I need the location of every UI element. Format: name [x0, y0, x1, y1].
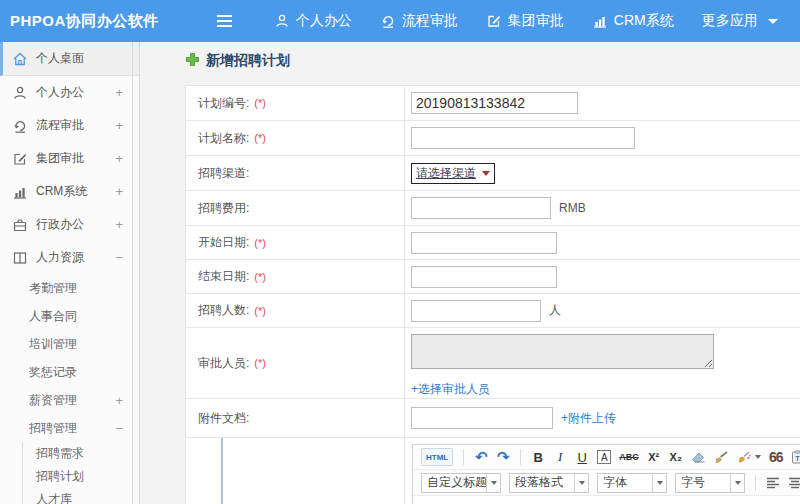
topmenu-crm[interactable]: CRM系统: [578, 0, 688, 42]
italic-button[interactable]: I: [553, 448, 567, 466]
sidebar-item-personal-office[interactable]: 个人办公 +: [0, 76, 139, 109]
border-text-button[interactable]: A: [597, 450, 611, 464]
recruit-submenu: 招聘需求 招聘计划 人才库: [22, 442, 139, 504]
sidebar-item-group-approval[interactable]: 集团审批 +: [0, 142, 139, 175]
superscript-button[interactable]: X²: [647, 448, 661, 466]
channel-select[interactable]: 请选择渠道: [411, 163, 495, 184]
plan-no-input[interactable]: [411, 92, 578, 114]
eraser-icon[interactable]: [691, 448, 706, 466]
topmenu-more-apps[interactable]: 更多应用: [688, 0, 792, 42]
field-label: 结束日期:: [198, 268, 249, 285]
required-mark: (*): [254, 237, 266, 249]
field-label: 审批人员:: [198, 355, 249, 372]
field-label: 计划编号:: [198, 95, 249, 112]
plan-name-input[interactable]: [411, 127, 635, 149]
form-row-end-date: 结束日期: (*): [186, 260, 800, 294]
align-center-icon[interactable]: [788, 474, 800, 492]
sidebar-item-admin-office[interactable]: 行政办公 +: [0, 208, 139, 241]
sidebar-item-rewards[interactable]: 奖惩记录: [0, 358, 139, 386]
editor-content-area[interactable]: [413, 496, 800, 504]
rich-text-editor: HTML ↶ ↷ B I U A ABC X² X₂: [412, 444, 800, 504]
bold-button[interactable]: B: [531, 448, 545, 466]
book-icon: [12, 250, 28, 266]
headcount-unit-label: 人: [549, 302, 561, 319]
plus-icon: [186, 52, 199, 70]
fee-input[interactable]: [411, 197, 551, 219]
sidebar-item-recruit-mgmt[interactable]: 招聘管理 −: [0, 414, 139, 442]
required-mark: (*): [254, 132, 266, 144]
attachment-upload-link[interactable]: +附件上传: [561, 410, 616, 427]
format-painter-icon[interactable]: [737, 448, 761, 466]
blockquote-button[interactable]: 66: [769, 448, 783, 466]
topbar: PHPOA协同办公软件 个人办公 流程审批 集团审批 CRM系统: [0, 0, 800, 42]
custom-heading-select[interactable]: 自定义标题: [421, 473, 501, 493]
sidebar-item-recruit-plan[interactable]: 招聘计划: [23, 465, 139, 488]
field-label: 开始日期:: [198, 234, 249, 251]
app-title: PHPOA协同办公软件: [10, 12, 159, 31]
form-row-fee: 招聘费用: RMB: [186, 191, 800, 226]
collapse-toggle[interactable]: −: [115, 421, 123, 436]
topmenu-group-approval[interactable]: 集团审批: [472, 0, 578, 42]
bar-chart-icon: [592, 13, 608, 29]
select-approvers-link[interactable]: +选择审批人员: [411, 381, 490, 398]
editor-left-guide: [221, 438, 223, 504]
sidebar-item-salary[interactable]: 薪资管理 +: [0, 386, 139, 414]
form-row-attachment: 附件文档: +附件上传: [186, 399, 800, 438]
required-mark: (*): [254, 305, 266, 317]
field-label: 招聘人数:: [198, 302, 249, 319]
underline-button[interactable]: U: [575, 448, 589, 466]
topmenu-personal-office[interactable]: 个人办公: [260, 0, 366, 42]
top-menu: 个人办公 流程审批 集团审批 CRM系统 更多应用: [260, 0, 792, 42]
start-date-input[interactable]: [411, 232, 557, 254]
html-source-button[interactable]: HTML: [421, 448, 453, 466]
expand-toggle[interactable]: +: [115, 217, 123, 232]
select-caret-icon: [482, 171, 490, 176]
form-row-start-date: 开始日期: (*): [186, 226, 800, 260]
expand-toggle[interactable]: +: [115, 393, 123, 408]
subscript-button[interactable]: X₂: [669, 448, 683, 466]
sidebar-item-talent-pool[interactable]: 人才库: [23, 488, 139, 504]
form-row-approvers: 审批人员: (*) +选择审批人员: [186, 328, 800, 399]
sidebar-item-workflow-approval[interactable]: 流程审批 +: [0, 109, 139, 142]
sidebar-item-training[interactable]: 培训管理: [0, 330, 139, 358]
field-label: 附件文档:: [198, 410, 249, 427]
expand-toggle[interactable]: +: [115, 184, 123, 199]
hr-submenu: 考勤管理 人事合同 培训管理 奖惩记录 薪资管理 + 招聘管理 − 招聘需求 招…: [0, 274, 139, 504]
home-icon: [12, 51, 28, 67]
paste-clipboard-icon[interactable]: T: [791, 448, 800, 466]
sidebar-item-personal-desktop[interactable]: 个人桌面: [0, 42, 139, 76]
collapse-toggle[interactable]: −: [115, 250, 123, 265]
edit-square-icon: [12, 151, 28, 167]
redo-icon[interactable]: ↷: [496, 448, 510, 466]
align-left-icon[interactable]: [766, 474, 780, 492]
strikethrough-button[interactable]: ABC: [619, 448, 639, 466]
edit-square-icon: [486, 13, 502, 29]
approvers-textarea[interactable]: [411, 334, 714, 369]
undo-icon[interactable]: ↶: [474, 448, 488, 466]
end-date-input[interactable]: [411, 266, 557, 288]
editor-toolbar-row1: HTML ↶ ↷ B I U A ABC X² X₂: [413, 445, 800, 470]
expand-toggle[interactable]: +: [115, 151, 123, 166]
dropdown-caret-icon: [486, 474, 500, 492]
expand-toggle[interactable]: +: [115, 85, 123, 100]
attachment-input[interactable]: [411, 407, 553, 429]
sidebar: 个人桌面 个人办公 + 流程审批 + 集团审批 + CRM系统 + 行政办公 +: [0, 42, 140, 504]
menu-toggle-icon[interactable]: [217, 15, 232, 27]
font-family-select[interactable]: 字体: [597, 473, 667, 493]
sidebar-item-attendance[interactable]: 考勤管理: [0, 274, 139, 302]
user-icon: [12, 85, 28, 101]
sidebar-item-human-resources[interactable]: 人力资源 −: [0, 241, 139, 274]
recruit-plan-form: 计划编号: (*) 计划名称: (*) 招聘渠道: 请选择渠道: [185, 85, 800, 504]
topmenu-workflow-approval[interactable]: 流程审批: [366, 0, 472, 42]
paragraph-format-select[interactable]: 段落格式: [509, 473, 589, 493]
sidebar-item-hr-contract[interactable]: 人事合同: [0, 302, 139, 330]
expand-toggle[interactable]: +: [115, 118, 123, 133]
sidebar-scrollbar[interactable]: [132, 42, 133, 504]
dropdown-caret-icon: [755, 455, 761, 459]
headcount-input[interactable]: [411, 300, 541, 322]
sidebar-item-crm[interactable]: CRM系统 +: [0, 175, 139, 208]
required-mark: (*): [254, 357, 266, 369]
clean-format-brush-icon[interactable]: [714, 448, 729, 466]
sidebar-item-recruit-demand[interactable]: 招聘需求: [23, 442, 139, 465]
font-size-select[interactable]: 字号: [675, 473, 745, 493]
